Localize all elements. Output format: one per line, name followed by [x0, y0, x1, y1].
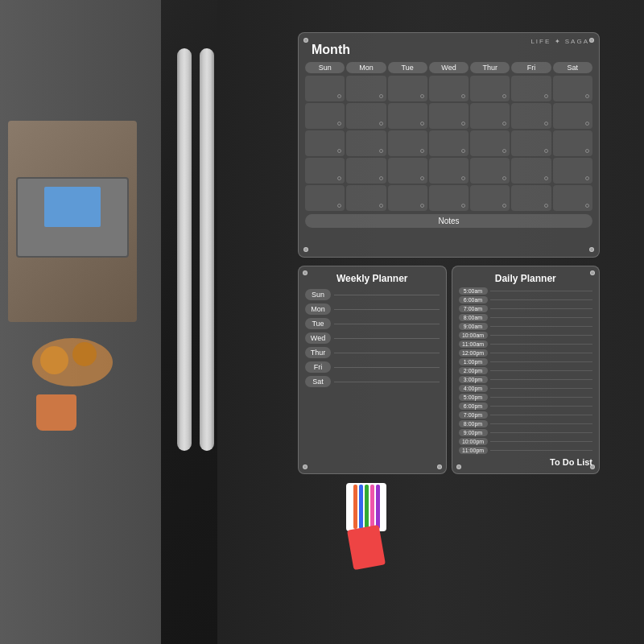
time-line-900pm	[490, 432, 593, 433]
cal-cell-2	[346, 76, 386, 101]
time-line-500pm	[490, 397, 593, 398]
cal-cell-33	[470, 185, 510, 211]
weekly-day-tue: Tue	[305, 318, 440, 329]
time-row-900am: 9:00am	[459, 323, 593, 330]
time-row-1100pm: 11:00pm	[459, 447, 593, 454]
time-tag-500am: 5:00am	[459, 287, 488, 295]
time-row-100pm: 1:00pm	[459, 358, 593, 365]
time-row-500am: 5:00am	[459, 287, 593, 295]
time-row-1100am: 11:00am	[459, 341, 593, 348]
daily-magnet-tr	[590, 270, 595, 275]
cal-cell-8	[305, 103, 345, 129]
time-line-900am	[490, 326, 593, 327]
pen-green	[365, 485, 369, 529]
weekly-magnet-bl	[303, 464, 308, 469]
time-tag-800pm: 8:00pm	[459, 420, 488, 427]
day-line-fri	[334, 367, 440, 368]
magnet-corner-bl	[303, 247, 308, 252]
magnet-corner-tr	[589, 38, 594, 43]
time-line-400pm	[490, 388, 593, 389]
cal-cell-7	[553, 76, 592, 101]
cal-cell-35	[553, 185, 592, 211]
time-row-1000am: 10:00am	[459, 332, 593, 339]
daily-magnet-br	[590, 464, 595, 469]
cal-cell-3	[388, 76, 427, 101]
cal-cell-15	[305, 130, 345, 156]
time-row-800pm: 8:00pm	[459, 420, 593, 427]
pen-blue	[359, 485, 363, 529]
cal-cell-23	[346, 158, 386, 184]
day-fri: Fri	[511, 62, 551, 73]
cal-cell-26	[470, 158, 510, 184]
time-line-800am	[490, 317, 593, 318]
mug	[32, 394, 80, 439]
time-row-400pm: 4:00pm	[459, 385, 593, 392]
time-line-1000pm	[490, 441, 593, 442]
time-tag-1000am: 10:00am	[459, 332, 488, 339]
cal-cell-6	[511, 76, 551, 101]
time-tag-1000pm: 10:00pm	[459, 438, 488, 445]
time-line-600pm	[490, 406, 593, 407]
time-row-700pm: 7:00pm	[459, 411, 593, 419]
cal-cell-4	[429, 76, 469, 101]
day-tag-mon: Mon	[305, 303, 331, 315]
cal-cell-1	[305, 76, 345, 101]
cal-cell-9	[346, 103, 386, 129]
fridge-handle-left	[177, 48, 192, 451]
weekly-planner-title: Weekly Planner	[305, 273, 440, 284]
fruit-bowl-area	[16, 338, 129, 402]
daily-planner-title: Daily Planner	[459, 273, 593, 284]
pen-purple	[376, 485, 380, 529]
calendar-grid	[305, 76, 592, 211]
fridge-handle-right	[200, 48, 214, 451]
day-tag-tue: Tue	[305, 318, 331, 329]
daily-planner-board: Daily Planner 5:00am 6:00am 7:00am 8:00a…	[452, 266, 601, 474]
cal-cell-27	[511, 158, 551, 184]
time-tag-1200pm: 12:00pm	[459, 349, 488, 357]
pen-red	[353, 485, 357, 529]
time-row-1200pm: 12:00pm	[459, 349, 593, 357]
time-tag-1100pm: 11:00pm	[459, 447, 488, 454]
time-line-700pm	[490, 415, 593, 415]
cal-cell-30	[346, 185, 386, 211]
cal-cell-31	[388, 185, 427, 211]
monthly-calendar-board: LIFE ✦ SAGA Month Sun Mon Tue Wed Thur F…	[298, 32, 600, 258]
cleaning-cloth	[347, 525, 386, 570]
time-row-200pm: 2:00pm	[459, 367, 593, 374]
time-tag-100pm: 1:00pm	[459, 358, 488, 365]
time-line-1100pm	[490, 450, 593, 451]
bottom-panels: Weekly Planner Sun Mon Tue Wed Thur Fri …	[298, 266, 600, 474]
weekly-magnet-tl	[303, 270, 308, 275]
time-tag-900pm: 9:00pm	[459, 429, 488, 436]
time-line-1000am	[490, 335, 593, 336]
cal-cell-28	[553, 158, 592, 184]
day-line-sat	[334, 382, 440, 382]
weekly-day-mon: Mon	[305, 303, 440, 315]
day-mon: Mon	[346, 62, 386, 73]
time-line-600am	[490, 299, 593, 300]
time-line-100pm	[490, 361, 593, 362]
day-line-wed	[334, 338, 440, 339]
day-thur: Thur	[470, 62, 510, 73]
day-tag-fri: Fri	[305, 361, 331, 373]
notes-bar: Notes	[305, 214, 592, 228]
day-tag-wed: Wed	[305, 332, 331, 344]
time-tag-700pm: 7:00pm	[459, 411, 488, 419]
time-line-200pm	[490, 370, 593, 371]
time-tag-400pm: 4:00pm	[459, 385, 488, 392]
cal-cell-25	[429, 158, 469, 184]
weekly-day-sat: Sat	[305, 376, 440, 387]
cal-cell-21	[553, 130, 592, 156]
time-line-300pm	[490, 379, 593, 380]
cal-cell-17	[388, 130, 427, 156]
time-tag-500pm: 5:00pm	[459, 394, 488, 401]
time-row-800am: 8:00am	[459, 314, 593, 321]
weekly-magnet-br	[437, 464, 442, 469]
calendar-day-headers: Sun Mon Tue Wed Thur Fri Sat	[305, 62, 592, 73]
cal-cell-14	[553, 103, 592, 129]
day-line-mon	[334, 309, 440, 310]
day-tag-thur: Thur	[305, 347, 331, 358]
cal-cell-24	[388, 158, 427, 184]
time-tag-600am: 6:00am	[459, 296, 488, 303]
appliance	[16, 177, 129, 258]
